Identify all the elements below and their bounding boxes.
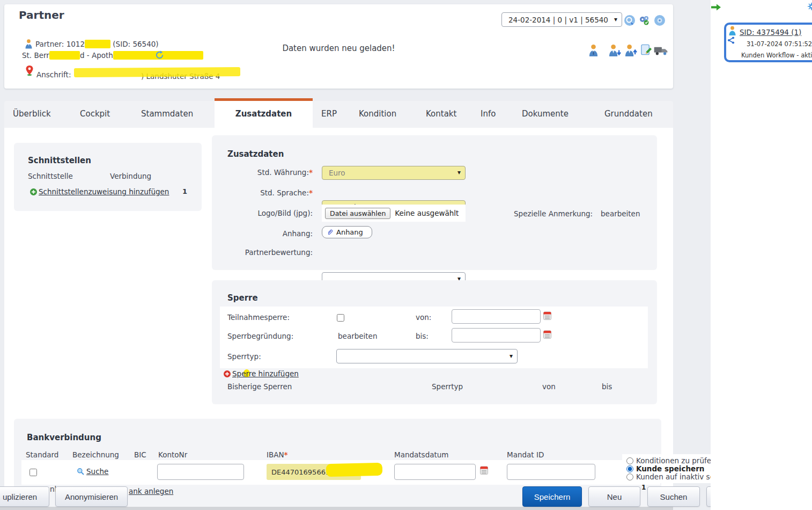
- disc-icon[interactable]: [654, 14, 666, 26]
- header-card: Partner 24-02-2014 | 0 | v1 | 56540 ▾ Pa…: [4, 4, 673, 89]
- chevron-down-icon: ▾: [614, 16, 617, 23]
- workflow-person-icon: [728, 26, 736, 35]
- workflow-card[interactable]: SID: 4375494 (1) 31-07-2024 07:51:52 Kun…: [724, 23, 812, 62]
- services-icon[interactable]: [638, 14, 650, 26]
- sperre-von-input[interactable]: [452, 309, 541, 324]
- add-icon: [224, 370, 231, 377]
- anonymisieren-button[interactable]: Anonymisieren: [55, 486, 128, 507]
- logo-file-input[interactable]: Datei auswählen Keine ausgewählt: [322, 205, 466, 222]
- waehrung-value: Euro: [329, 169, 345, 177]
- truck-icon[interactable]: [654, 46, 668, 56]
- sprache-label: Std. Sprache:*: [260, 188, 313, 197]
- required-mark: *: [309, 188, 313, 197]
- sperre-panel: Sperre Teilnahmesperre: von: Sperrbegrün…: [212, 280, 657, 404]
- calendar-icon[interactable]: [480, 466, 488, 475]
- sperre-bis-input[interactable]: [452, 328, 541, 343]
- tab-info[interactable]: Info: [481, 109, 496, 119]
- radio-kunde-speichern[interactable]: Kunde speichern: [626, 464, 705, 473]
- radio-inaktiv-input[interactable]: [626, 473, 633, 480]
- col-standard: Standard: [26, 450, 58, 459]
- col-sperrtyp: Sperrtyp: [432, 382, 463, 391]
- sperrbegruendung-label: Sperrbegründung:: [227, 332, 293, 340]
- zusatzdaten-panel: Zusatzdaten Std. Währung:* Euro▾ Std. Sp…: [212, 135, 657, 270]
- gear-icon[interactable]: [807, 2, 812, 11]
- col-iban: IBAN*: [267, 450, 288, 459]
- teilnahmesperre-label: Teilnahmesperre:: [227, 313, 290, 322]
- anschrift-label: Anschrift:: [36, 70, 71, 79]
- share-icon: [727, 37, 735, 44]
- verbindung-count: 1: [182, 187, 187, 195]
- sprache-label-text: Std. Sprache:: [260, 188, 309, 197]
- file-status: Keine ausgewählt: [395, 209, 459, 217]
- tab-erp[interactable]: ERP: [321, 109, 337, 119]
- tab-bar: Überblick Cockpit Stammdaten Zusatzdaten…: [4, 98, 673, 128]
- page-title: Partner: [19, 9, 64, 21]
- version-select[interactable]: 24-02-2014 | 0 | v1 | 56540 ▾: [501, 12, 622, 27]
- col-bis: bis: [602, 382, 612, 391]
- tab-grunddaten[interactable]: Grunddaten: [604, 109, 653, 119]
- tab-kontakt[interactable]: Kontakt: [426, 109, 456, 119]
- bewertung-label: Partnerbewertung:: [245, 248, 313, 257]
- history-icon[interactable]: [624, 14, 636, 26]
- tab-zusatzdaten-label: Zusatzdaten: [215, 109, 313, 119]
- col-kontonr: KontoNr: [158, 450, 187, 459]
- user-download-icon[interactable]: [608, 44, 622, 56]
- calendar-icon[interactable]: [543, 311, 551, 320]
- kontonr-input[interactable]: [157, 464, 244, 480]
- speichern-button[interactable]: Speichern: [522, 486, 582, 507]
- tab-stammdaten[interactable]: Stammdaten: [141, 109, 193, 119]
- customer-icon[interactable]: [588, 44, 599, 56]
- version-select-value: 24-02-2014 | 0 | v1 | 56540: [508, 16, 608, 24]
- waehrung-select[interactable]: Euro▾: [322, 166, 466, 180]
- radio-konditionen[interactable]: Konditionen zu prüfen: [626, 456, 716, 465]
- col-von: von: [542, 382, 556, 391]
- calendar-icon[interactable]: [543, 330, 551, 339]
- add-sperre-link[interactable]: Sperre hinzufügen: [232, 369, 299, 378]
- anhang-button-label: Anhang: [336, 228, 363, 236]
- standard-checkbox[interactable]: [29, 469, 37, 476]
- add-icon: [30, 188, 37, 195]
- workflow-sid-link[interactable]: SID: 4375494 (1): [740, 28, 801, 37]
- col-bic: BIC: [134, 450, 146, 459]
- bank-anlegen-link[interactable]: ank anlegen: [129, 487, 173, 496]
- tab-cockpit[interactable]: Cockpit: [80, 109, 110, 119]
- edit-document-icon[interactable]: [640, 44, 653, 56]
- sperre-inner-box: Teilnahmesperre: von: Sperrbegründung: b…: [220, 307, 648, 368]
- file-select-button[interactable]: Datei auswählen: [325, 208, 390, 219]
- tab-ueberblick[interactable]: Überblick: [13, 109, 51, 119]
- reload-message: Daten wurden neu geladen!: [4, 43, 673, 53]
- sperrbegruendung-bearbeiten[interactable]: bearbeiten: [338, 332, 377, 340]
- waehrung-label: Std. Währung:*: [257, 168, 313, 177]
- sperrtyp-select[interactable]: ▾: [336, 349, 518, 363]
- neu-button[interactable]: Neu: [588, 486, 640, 507]
- von-label: von:: [416, 313, 431, 322]
- col-mandatsdatum: Mandatsdatum: [394, 450, 449, 459]
- teilnahmesperre-checkbox[interactable]: [337, 314, 344, 322]
- anmerkung-bearbeiten[interactable]: bearbeiten: [601, 209, 640, 218]
- anmerkung-label: Spezielle Anmerkung:: [514, 209, 593, 218]
- anhang-button[interactable]: Anhang: [322, 226, 372, 238]
- count-marker: 1: [641, 484, 646, 491]
- mandatsdatum-input[interactable]: [394, 464, 476, 480]
- map-pin-icon: [26, 65, 33, 76]
- search-icon: [77, 468, 84, 475]
- col-schnittstelle: Schnittstelle: [28, 172, 73, 180]
- radio-konditionen-input[interactable]: [626, 457, 633, 464]
- tab-dokumente[interactable]: Dokumente: [522, 109, 569, 119]
- sperre-title: Sperre: [227, 293, 258, 303]
- sperrtyp-label: Sperrtyp:: [227, 352, 261, 361]
- suchen-button[interactable]: Suchen: [647, 486, 700, 507]
- tab-zusatzdaten-active[interactable]: Zusatzdaten: [215, 98, 313, 128]
- add-schnittstelle-link[interactable]: Schnittstellenzuweisung hinzufügen: [39, 187, 169, 196]
- schnittstellen-panel: Schnittstellen Schnittstelle Verbindung …: [14, 143, 202, 211]
- chevron-down-icon: ▾: [510, 352, 513, 360]
- bank-row: Suche DE44701695661: [21, 460, 660, 485]
- mandatid-input[interactable]: [507, 464, 595, 480]
- arrow-right-icon[interactable]: [711, 4, 721, 11]
- tab-kondition[interactable]: Kondition: [359, 109, 396, 119]
- bank-suche-link[interactable]: Suche: [86, 467, 108, 476]
- duplizieren-button[interactable]: uplizieren: [0, 486, 49, 507]
- radio-kunde-speichern-input[interactable]: [626, 465, 633, 472]
- required-mark: *: [284, 450, 288, 459]
- user-upload-icon[interactable]: [624, 44, 638, 56]
